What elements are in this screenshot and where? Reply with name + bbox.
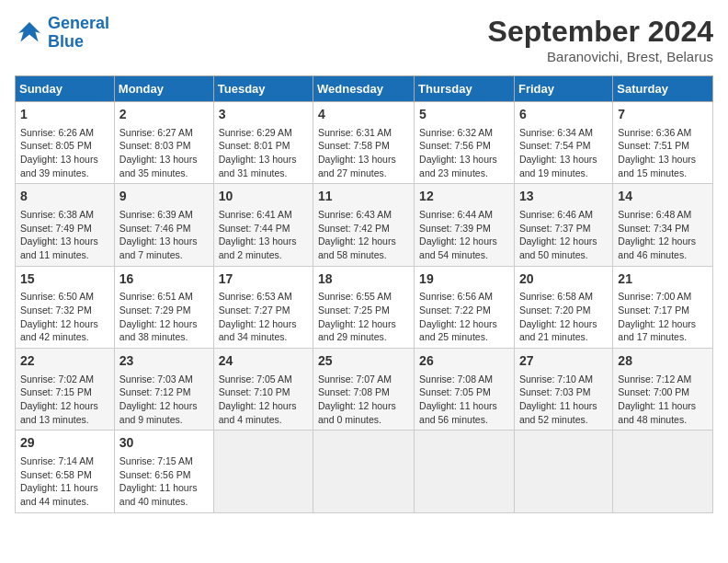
day-number: 27 bbox=[519, 352, 608, 371]
cell-info: Sunrise: 7:00 AMSunset: 7:17 PMDaylight:… bbox=[618, 290, 708, 344]
calendar-week-2: 8Sunrise: 6:38 AMSunset: 7:49 PMDaylight… bbox=[16, 184, 713, 266]
cell-info: Sunrise: 7:12 AMSunset: 7:00 PMDaylight:… bbox=[618, 373, 708, 427]
cell-info: Sunrise: 7:07 AMSunset: 7:08 PMDaylight:… bbox=[318, 373, 409, 427]
day-number: 21 bbox=[618, 270, 708, 289]
calendar-week-1: 1Sunrise: 6:26 AMSunset: 8:05 PMDaylight… bbox=[16, 102, 713, 184]
day-number: 1 bbox=[20, 106, 109, 124]
cell-info: Sunrise: 6:43 AMSunset: 7:42 PMDaylight:… bbox=[318, 208, 409, 262]
calendar-cell: 28Sunrise: 7:12 AMSunset: 7:00 PMDayligh… bbox=[613, 349, 713, 431]
cell-info: Sunrise: 6:29 AMSunset: 8:01 PMDaylight:… bbox=[219, 126, 308, 180]
day-number: 7 bbox=[618, 106, 708, 124]
day-number: 16 bbox=[119, 270, 209, 289]
day-number: 14 bbox=[618, 188, 708, 206]
calendar-cell: 25Sunrise: 7:07 AMSunset: 7:08 PMDayligh… bbox=[313, 349, 415, 431]
calendar-cell: 22Sunrise: 7:02 AMSunset: 7:15 PMDayligh… bbox=[16, 349, 115, 431]
day-number: 20 bbox=[519, 270, 608, 289]
cell-info: Sunrise: 6:41 AMSunset: 7:44 PMDaylight:… bbox=[219, 208, 308, 262]
calendar-header: SundayMondayTuesdayWednesdayThursdayFrid… bbox=[16, 76, 713, 102]
calendar-cell: 20Sunrise: 6:58 AMSunset: 7:20 PMDayligh… bbox=[514, 266, 612, 348]
calendar-week-5: 29Sunrise: 7:14 AMSunset: 6:58 PMDayligh… bbox=[16, 431, 713, 512]
day-number: 29 bbox=[20, 434, 109, 453]
cell-info: Sunrise: 6:26 AMSunset: 8:05 PMDaylight:… bbox=[20, 126, 109, 180]
logo-icon bbox=[15, 18, 44, 48]
calendar-body: 1Sunrise: 6:26 AMSunset: 8:05 PMDaylight… bbox=[16, 102, 713, 513]
calendar-cell bbox=[213, 431, 313, 512]
day-number: 28 bbox=[618, 352, 708, 371]
header-day-monday: Monday bbox=[114, 76, 213, 102]
cell-info: Sunrise: 7:10 AMSunset: 7:03 PMDaylight:… bbox=[519, 373, 608, 427]
day-number: 13 bbox=[519, 188, 608, 206]
day-number: 3 bbox=[219, 106, 308, 124]
day-number: 18 bbox=[318, 270, 409, 289]
calendar-cell: 5Sunrise: 6:32 AMSunset: 7:56 PMDaylight… bbox=[415, 102, 515, 184]
cell-info: Sunrise: 6:56 AMSunset: 7:22 PMDaylight:… bbox=[419, 290, 509, 344]
day-number: 8 bbox=[20, 188, 109, 206]
cell-info: Sunrise: 6:32 AMSunset: 7:56 PMDaylight:… bbox=[419, 126, 509, 180]
calendar-cell: 14Sunrise: 6:48 AMSunset: 7:34 PMDayligh… bbox=[613, 184, 713, 266]
cell-info: Sunrise: 7:03 AMSunset: 7:12 PMDaylight:… bbox=[119, 373, 209, 427]
title-block: September 2024 Baranovichi, Brest, Belar… bbox=[488, 15, 713, 64]
logo: General Blue bbox=[15, 15, 109, 52]
header-day-thursday: Thursday bbox=[415, 76, 515, 102]
calendar-cell: 19Sunrise: 6:56 AMSunset: 7:22 PMDayligh… bbox=[415, 266, 515, 348]
calendar-cell: 12Sunrise: 6:44 AMSunset: 7:39 PMDayligh… bbox=[415, 184, 515, 266]
calendar-cell: 4Sunrise: 6:31 AMSunset: 7:58 PMDaylight… bbox=[313, 102, 415, 184]
day-number: 6 bbox=[519, 106, 608, 124]
cell-info: Sunrise: 6:44 AMSunset: 7:39 PMDaylight:… bbox=[419, 208, 509, 262]
page-header: General Blue September 2024 Baranovichi,… bbox=[15, 15, 713, 64]
cell-info: Sunrise: 6:46 AMSunset: 7:37 PMDaylight:… bbox=[519, 208, 608, 262]
calendar-cell: 10Sunrise: 6:41 AMSunset: 7:44 PMDayligh… bbox=[213, 184, 313, 266]
calendar-cell: 18Sunrise: 6:55 AMSunset: 7:25 PMDayligh… bbox=[313, 266, 415, 348]
header-day-saturday: Saturday bbox=[613, 76, 713, 102]
calendar-week-3: 15Sunrise: 6:50 AMSunset: 7:32 PMDayligh… bbox=[16, 266, 713, 348]
day-number: 26 bbox=[419, 352, 509, 371]
calendar-table: SundayMondayTuesdayWednesdayThursdayFrid… bbox=[15, 75, 713, 513]
svg-marker-0 bbox=[18, 22, 40, 42]
day-number: 4 bbox=[318, 106, 409, 124]
header-day-friday: Friday bbox=[514, 76, 612, 102]
day-number: 22 bbox=[20, 352, 109, 371]
calendar-cell: 21Sunrise: 7:00 AMSunset: 7:17 PMDayligh… bbox=[613, 266, 713, 348]
cell-info: Sunrise: 6:27 AMSunset: 8:03 PMDaylight:… bbox=[119, 126, 209, 180]
day-number: 30 bbox=[119, 434, 209, 453]
cell-info: Sunrise: 6:36 AMSunset: 7:51 PMDaylight:… bbox=[618, 126, 708, 180]
location-subtitle: Baranovichi, Brest, Belarus bbox=[488, 49, 713, 64]
calendar-week-4: 22Sunrise: 7:02 AMSunset: 7:15 PMDayligh… bbox=[16, 349, 713, 431]
calendar-cell: 7Sunrise: 6:36 AMSunset: 7:51 PMDaylight… bbox=[613, 102, 713, 184]
header-day-tuesday: Tuesday bbox=[213, 76, 313, 102]
calendar-cell: 11Sunrise: 6:43 AMSunset: 7:42 PMDayligh… bbox=[313, 184, 415, 266]
cell-info: Sunrise: 6:50 AMSunset: 7:32 PMDaylight:… bbox=[20, 290, 109, 344]
calendar-cell: 16Sunrise: 6:51 AMSunset: 7:29 PMDayligh… bbox=[114, 266, 213, 348]
cell-info: Sunrise: 7:02 AMSunset: 7:15 PMDaylight:… bbox=[20, 373, 109, 427]
header-day-sunday: Sunday bbox=[16, 76, 115, 102]
cell-info: Sunrise: 6:34 AMSunset: 7:54 PMDaylight:… bbox=[519, 126, 608, 180]
calendar-cell bbox=[613, 431, 713, 512]
cell-info: Sunrise: 6:38 AMSunset: 7:49 PMDaylight:… bbox=[20, 208, 109, 262]
calendar-cell: 2Sunrise: 6:27 AMSunset: 8:03 PMDaylight… bbox=[114, 102, 213, 184]
cell-info: Sunrise: 6:48 AMSunset: 7:34 PMDaylight:… bbox=[618, 208, 708, 262]
calendar-cell: 8Sunrise: 6:38 AMSunset: 7:49 PMDaylight… bbox=[16, 184, 115, 266]
calendar-cell bbox=[514, 431, 612, 512]
cell-info: Sunrise: 7:08 AMSunset: 7:05 PMDaylight:… bbox=[419, 373, 509, 427]
day-number: 11 bbox=[318, 188, 409, 206]
calendar-cell: 24Sunrise: 7:05 AMSunset: 7:10 PMDayligh… bbox=[213, 349, 313, 431]
day-number: 15 bbox=[20, 270, 109, 289]
calendar-cell bbox=[313, 431, 415, 512]
calendar-cell: 26Sunrise: 7:08 AMSunset: 7:05 PMDayligh… bbox=[415, 349, 515, 431]
calendar-cell: 3Sunrise: 6:29 AMSunset: 8:01 PMDaylight… bbox=[213, 102, 313, 184]
day-number: 23 bbox=[119, 352, 209, 371]
day-number: 2 bbox=[119, 106, 209, 124]
cell-info: Sunrise: 7:05 AMSunset: 7:10 PMDaylight:… bbox=[219, 373, 308, 427]
cell-info: Sunrise: 7:14 AMSunset: 6:58 PMDaylight:… bbox=[20, 454, 109, 509]
header-row: SundayMondayTuesdayWednesdayThursdayFrid… bbox=[16, 76, 713, 102]
calendar-cell: 27Sunrise: 7:10 AMSunset: 7:03 PMDayligh… bbox=[514, 349, 612, 431]
day-number: 24 bbox=[219, 352, 308, 371]
calendar-cell: 9Sunrise: 6:39 AMSunset: 7:46 PMDaylight… bbox=[114, 184, 213, 266]
cell-info: Sunrise: 6:31 AMSunset: 7:58 PMDaylight:… bbox=[318, 126, 409, 180]
cell-info: Sunrise: 6:39 AMSunset: 7:46 PMDaylight:… bbox=[119, 208, 209, 262]
calendar-cell: 30Sunrise: 7:15 AMSunset: 6:56 PMDayligh… bbox=[114, 431, 213, 512]
day-number: 12 bbox=[419, 188, 509, 206]
calendar-cell: 29Sunrise: 7:14 AMSunset: 6:58 PMDayligh… bbox=[16, 431, 115, 512]
cell-info: Sunrise: 6:51 AMSunset: 7:29 PMDaylight:… bbox=[119, 290, 209, 344]
calendar-cell: 6Sunrise: 6:34 AMSunset: 7:54 PMDaylight… bbox=[514, 102, 612, 184]
